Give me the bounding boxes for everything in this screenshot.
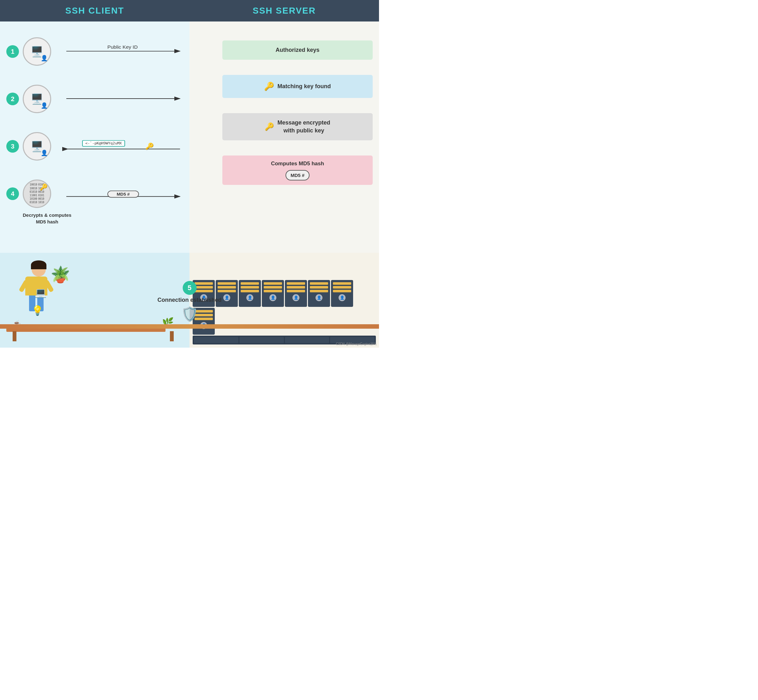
diagram-container: SSH CLIENT SSH SERVER 1 🖥️ 👤 2 — [0, 0, 379, 348]
ssh-server-header: SSH SERVER — [189, 0, 379, 22]
step-3-avatar: 🖥️ 👤 — [23, 132, 51, 161]
md5-pill-server: MD5 # — [285, 170, 309, 180]
step-5-badge: 5 — [182, 281, 197, 295]
step-3-badge: 3 — [6, 140, 19, 153]
left-panel: 1 🖥️ 👤 2 🖥️ 👤 3 — [0, 22, 189, 253]
ssh-client-header: SSH CLIENT — [0, 0, 189, 22]
main-content: 1 🖥️ 👤 2 🖥️ 👤 3 — [0, 22, 379, 253]
connection-label: Connection established — [157, 297, 221, 303]
step-1-row: 1 🖥️ 👤 — [6, 37, 51, 66]
server-unit-6: 👤 — [308, 280, 330, 307]
header: SSH CLIENT SSH SERVER — [0, 0, 379, 22]
step-2-row: 2 🖥️ 👤 — [6, 85, 51, 113]
key-icon-encrypt: 🔑 — [265, 121, 274, 132]
step-4-row: 4 🔑 100101001001010110011010001010 01001… — [6, 180, 72, 225]
connection-section: 5 Connection established 🛡️ — [157, 281, 221, 322]
watermark: CSDN @ManageEngine源码 — [336, 342, 376, 346]
right-panel: Authorized keys 🔑 Matching key found 🔑 M… — [189, 22, 379, 253]
person-icon-3: 👤 — [41, 150, 48, 156]
desk-leg-left — [12, 331, 16, 341]
step-4-binary-icon: 🔑 100101001001010110011010001010 0100100… — [23, 180, 51, 208]
laptop-icon: 💻 — [35, 287, 47, 298]
desk-lamp-icon: 💡 — [31, 305, 43, 316]
lock-shield-icon: 🛡️ — [181, 306, 198, 322]
server-unit-5: 👤 — [285, 280, 307, 307]
person-icon-2: 👤 — [41, 102, 48, 109]
md5-server-content: Computes MD5 hash MD5 # — [271, 160, 324, 180]
step-2-badge: 2 — [6, 92, 19, 105]
step-4-badge: 4 — [6, 188, 19, 200]
computes-md5-label: Computes MD5 hash — [271, 160, 324, 167]
server-unit-4: 👤 — [262, 280, 284, 307]
server-unit-3: 👤 — [239, 280, 261, 307]
server-unit-7: 👤 — [331, 280, 353, 307]
key-icon-match: 🔑 — [264, 81, 274, 92]
encrypted-message-box: 🔑 Message encrypted with public key — [222, 113, 373, 140]
connection-line — [0, 324, 379, 329]
desk-leg-right — [170, 331, 174, 341]
authorized-keys-box: Authorized keys — [222, 41, 373, 60]
step-2-avatar: 🖥️ 👤 — [23, 85, 51, 113]
person-figure: 💻 — [25, 262, 47, 311]
person-icon-1: 👤 — [41, 55, 48, 62]
lamp-icon: 🪴 — [50, 266, 70, 284]
matching-key-box: 🔑 Matching key found — [222, 75, 373, 98]
bottom-area: 🪴 — [0, 253, 379, 348]
step-1-badge: 1 — [6, 45, 19, 58]
step-1-avatar: 🖥️ 👤 — [23, 37, 51, 66]
step-3-row: 3 🖥️ 👤 — [6, 132, 51, 161]
computes-md5-box: Computes MD5 hash MD5 # — [222, 155, 373, 185]
step-4-label: Decrypts & computes MD5 hash — [23, 212, 72, 225]
person-desk-illustration: 🪴 — [6, 259, 183, 341]
key-icon-step4: 🔑 — [40, 183, 48, 191]
